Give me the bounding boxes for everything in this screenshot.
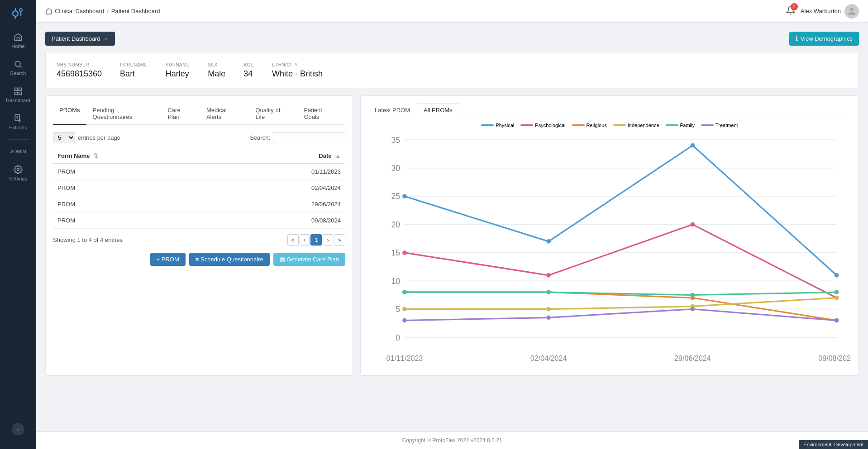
legend-psychological-label: Psychological <box>535 123 565 128</box>
table-controls: 5102550 entries per page Search: <box>53 132 345 143</box>
legend-family-label: Family <box>680 123 695 128</box>
schedule-questionnaire-button[interactable]: ≡ Schedule Questionnaire <box>189 253 270 266</box>
patient-ethnicity-field: ETHNICITY White - British <box>272 62 323 79</box>
dot-treatment-2 <box>691 307 695 312</box>
sidebar-item-home[interactable]: Home <box>0 27 36 54</box>
page-content: Patient Dashboard ℹ View Demographics NH… <box>36 23 868 431</box>
table-row[interactable]: PROM29/06/2024 <box>53 196 345 213</box>
action-bar: Patient Dashboard ℹ View Demographics <box>45 32 859 46</box>
dot-treatment-1 <box>546 316 551 320</box>
topbar: Clinical Dashboard / Patient Dashboard 2… <box>36 0 868 23</box>
breadcrumb-home[interactable]: Clinical Dashboard <box>45 8 104 15</box>
legend-family: Family <box>666 123 695 128</box>
sort-date-icon: ▲ <box>335 152 341 159</box>
chart-tab-latest-prom[interactable]: Latest PROM <box>368 103 417 117</box>
svg-text:25: 25 <box>391 192 400 201</box>
search-icon <box>14 60 23 69</box>
tab-care-plan[interactable]: Care Plan <box>161 103 200 125</box>
add-prom-button[interactable]: + PROM <box>150 253 186 266</box>
table-row[interactable]: PROM09/08/2024 <box>53 213 345 229</box>
main-content: Clinical Dashboard / Patient Dashboard 2… <box>36 0 868 449</box>
patient-sex-label: SEX <box>208 62 225 67</box>
svg-text:29/06/2024: 29/06/2024 <box>674 354 711 362</box>
view-demographics-button[interactable]: ℹ View Demographics <box>789 32 859 46</box>
table-search-input[interactable] <box>273 132 345 143</box>
svg-line-6 <box>20 66 22 68</box>
dot-psychological-1 <box>546 273 551 278</box>
svg-text:35: 35 <box>391 136 400 145</box>
legend-psychological: Psychological <box>520 123 565 128</box>
pagination-prev[interactable]: ‹ <box>300 234 310 246</box>
cell-form-name: PROM <box>53 196 218 213</box>
copyright-text: Copyright © ProtoFlex 2024 v2024.8.2.21 <box>402 437 502 444</box>
legend-religious-color <box>572 124 585 126</box>
action-buttons: + PROM ≡ Schedule Questionnaire ▦ Genera… <box>53 253 345 266</box>
legend-family-color <box>666 124 678 126</box>
svg-point-16 <box>850 8 854 11</box>
pagination-page-1[interactable]: 1 <box>310 234 322 246</box>
svg-point-0 <box>13 11 18 16</box>
entries-label: entries per page <box>78 134 120 141</box>
user-info: Alex Warburton <box>801 4 859 19</box>
cell-date: 02/04/2024 <box>218 180 345 196</box>
table-row[interactable]: PROM02/04/2024 <box>53 180 345 196</box>
legend-treatment: Treatment <box>701 123 738 128</box>
column-form-name[interactable]: Form Name ⇅ <box>53 149 218 163</box>
sidebar-item-search-label: Search <box>10 71 26 76</box>
pagination-last[interactable]: » <box>334 234 345 246</box>
proms-tabs: PROMs Pending Questionnaires Care Plan M… <box>53 103 345 125</box>
tab-quality-of-life[interactable]: Quality of Life <box>249 103 297 125</box>
app-logo <box>9 5 27 23</box>
svg-rect-8 <box>19 88 22 91</box>
cell-date: 01/11/2023 <box>218 163 345 180</box>
entries-per-page-select[interactable]: 5102550 <box>53 132 75 143</box>
home-icon <box>14 33 23 42</box>
sidebar-toggle-button[interactable]: › <box>12 423 24 435</box>
patient-forename-value: Bart <box>120 69 148 79</box>
generate-care-plan-button[interactable]: ▦ Generate Care Plan <box>273 253 345 266</box>
svg-text:10: 10 <box>391 277 400 286</box>
right-panel: Latest PROM All PROMs Physical Psycholog… <box>360 95 859 376</box>
table-row[interactable]: PROM01/11/2023 <box>53 163 345 180</box>
column-date[interactable]: Date ▲ <box>218 149 345 163</box>
sidebar: Home Search Dashboard Extracts ADMIN Set… <box>0 0 36 449</box>
sidebar-item-search[interactable]: Search <box>0 54 36 81</box>
dot-physical-1 <box>546 239 551 244</box>
notification-bell[interactable]: 2 <box>786 6 795 16</box>
pagination-first[interactable]: « <box>287 234 299 246</box>
legend-religious: Religious <box>572 123 607 128</box>
tab-patient-goals[interactable]: Patient Goals <box>297 103 345 125</box>
svg-text:15: 15 <box>391 248 400 257</box>
chart-tab-all-proms[interactable]: All PROMs <box>417 103 459 117</box>
patient-nhs-label: NHS NUMBER <box>57 62 102 67</box>
line-physical <box>405 146 837 275</box>
tab-proms[interactable]: PROMs <box>53 103 86 125</box>
breadcrumb-separator: / <box>107 8 109 14</box>
dot-psychological-2 <box>691 222 695 227</box>
pagination-next[interactable]: › <box>323 234 333 246</box>
patient-surname-field: SURNAME Harley <box>166 62 190 79</box>
svg-text:0: 0 <box>396 333 400 342</box>
view-demographics-label: View Demographics <box>801 35 853 42</box>
search-label: Search: <box>250 134 270 141</box>
legend-physical-color <box>481 124 494 126</box>
tab-pending-questionnaires[interactable]: Pending Questionnaires <box>86 103 162 125</box>
breadcrumb-home-label: Clinical Dashboard <box>55 8 104 14</box>
chart-container: 0510152025303501/11/202302/04/202429/06/… <box>368 132 851 368</box>
svg-point-15 <box>17 169 19 171</box>
patient-dashboard-dropdown[interactable]: Patient Dashboard <box>45 32 115 46</box>
svg-text:30: 30 <box>391 164 400 173</box>
tab-medical-alerts[interactable]: Medical Alerts <box>200 103 249 125</box>
line-religious <box>405 292 837 320</box>
dashboard-icon <box>14 87 23 96</box>
dot-family-3 <box>835 290 839 294</box>
svg-text:02/04/2024: 02/04/2024 <box>530 354 567 362</box>
sidebar-item-settings[interactable]: Settings <box>0 160 36 187</box>
dot-family-0 <box>402 290 407 294</box>
legend-independence-label: Independence <box>628 123 659 128</box>
patient-nhs-value: 4569815360 <box>57 69 102 79</box>
sidebar-item-extracts[interactable]: Extracts <box>0 109 36 136</box>
settings-icon <box>14 165 23 174</box>
sidebar-item-dashboard[interactable]: Dashboard <box>0 81 36 109</box>
svg-text:5: 5 <box>396 305 400 314</box>
